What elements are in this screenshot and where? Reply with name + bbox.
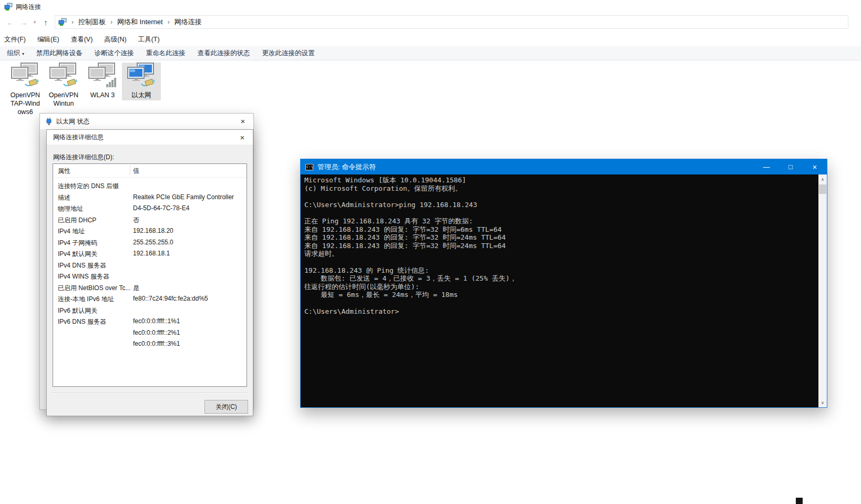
table-row[interactable]: 连接-本地 IPv6 地址fe80::7c24:94fc:fe2a:dd%5 [53, 293, 247, 305]
table-row[interactable]: fec0:0:0:ffff::3%1 [53, 338, 247, 350]
menu-file[interactable]: 文件(F) [4, 35, 26, 44]
screen-corner-artifact [796, 498, 803, 504]
change-settings-button[interactable]: 更改此连接的设置 [262, 49, 315, 58]
console-line: 最短 = 6ms，最长 = 24ms，平均 = 18ms [304, 291, 818, 299]
details-table: 属性 值 连接特定的 DNS 后缀 描述Realtek PCIe GbE Fam… [53, 163, 247, 387]
adapter-label: WLAN 3 [83, 91, 122, 99]
address-location-icon [58, 18, 67, 26]
table-row[interactable]: IPv4 WINS 服务器 [53, 271, 247, 282]
breadcrumb-control-panel[interactable]: 控制面板 [78, 17, 106, 27]
forward-icon[interactable]: → [17, 18, 30, 27]
table-row[interactable]: IPv4 默认网关192.168.18.1 [53, 248, 247, 260]
table-row[interactable]: 已启用 DHCP否 [53, 214, 247, 226]
adapter-label: 以太网 [122, 91, 161, 99]
scroll-up-icon[interactable]: ∧ [818, 175, 827, 183]
console-line: 请求超时。 [304, 250, 818, 258]
console-line [304, 192, 818, 201]
adapter-ethernet[interactable]: 以太网 [122, 63, 161, 100]
console-line: 往返行程的估计时间(以毫秒为单位): [304, 283, 818, 291]
column-divider [130, 166, 130, 175]
explorer-command-bar: 组织▾ 禁用此网络设备 诊断这个连接 重命名此连接 查看此连接的状态 更改此连接… [0, 46, 861, 60]
ethernet-status-titlebar[interactable]: 以太网 状态 × [40, 114, 253, 129]
cmd-title: 管理员: 命令提示符 [317, 162, 376, 172]
table-row[interactable]: fec0:0:0:ffff::2%1 [53, 327, 247, 339]
minimize-icon[interactable]: — [754, 159, 778, 174]
table-row[interactable]: IPv6 DNS 服务器fec0:0:0:ffff::1%1 [53, 316, 247, 327]
console-output: Microsoft Windows [版本 10.0.19044.1586] (… [301, 174, 818, 407]
table-row[interactable]: IPv4 DNS 服务器 [53, 260, 247, 271]
table-row[interactable]: IPv4 地址192.168.18.20 [53, 225, 247, 237]
adapter-openvpn-tap[interactable]: OpenVPN TAP-Wind ows6 [6, 63, 45, 116]
column-value[interactable]: 值 [133, 167, 139, 176]
rename-connection-button[interactable]: 重命名此连接 [146, 49, 186, 58]
wifi-adapter-icon [88, 63, 117, 88]
button-area-divider [52, 393, 248, 394]
adapter-label: OpenVPN Wintun [44, 91, 83, 108]
table-row[interactable]: IPv6 默认网关 [53, 305, 247, 316]
menu-tools[interactable]: 工具(T) [138, 35, 160, 44]
console-line: Microsoft Windows [版本 10.0.19044.1586] [304, 176, 818, 184]
console-scrollbar[interactable]: ∧ ∨ [818, 174, 827, 407]
breadcrumb-network-internet[interactable]: 网络和 Internet [117, 17, 163, 27]
network-details-titlebar[interactable]: 网络连接详细信息 × [47, 130, 253, 145]
console-line: 正在 Ping 192.168.18.243 具有 32 字节的数据: [304, 217, 818, 225]
scroll-down-icon[interactable]: ∨ [818, 398, 827, 407]
close-button[interactable]: 关闭(C) [204, 400, 248, 414]
explorer-window-title: 网络连接 [16, 3, 41, 12]
network-connections-icon [4, 3, 13, 11]
cmd-icon: C:\ [305, 164, 313, 170]
disable-device-button[interactable]: 禁用此网络设备 [36, 49, 83, 58]
console-line [304, 258, 818, 266]
ethernet-adapter-icon [11, 63, 40, 88]
console-line: 来自 192.168.18.243 的回复: 字节=32 时间=24ms TTL… [304, 242, 818, 250]
menu-edit[interactable]: 编辑(E) [37, 35, 59, 44]
adapter-wlan3[interactable]: WLAN 3 [83, 63, 122, 99]
console-line: (c) Microsoft Corporation。保留所有权利。 [304, 184, 818, 193]
column-property[interactable]: 属性 [58, 167, 70, 176]
explorer-menubar: 文件(F) 编辑(E) 查看(V) 高级(N) 工具(T) [0, 33, 861, 46]
ethernet-connected-icon [127, 63, 156, 88]
console-line: C:\Users\Administrator> [304, 307, 818, 316]
adapter-label: OpenVPN TAP-Wind ows6 [6, 91, 45, 116]
details-table-header[interactable]: 属性 值 [53, 164, 247, 178]
organize-button[interactable]: 组织▾ [7, 49, 24, 58]
console-line: 数据包: 已发送 = 4，已接收 = 3，丢失 = 1 (25% 丢失)， [304, 274, 818, 283]
desktop: { "explorer": { "window_title": "网络连接", … [0, 0, 861, 504]
menu-view[interactable]: 查看(V) [71, 35, 93, 44]
cmd-window: C:\ 管理员: 命令提示符 — □ × Microsoft Windows [… [300, 159, 827, 408]
adapter-openvpn-wintun[interactable]: OpenVPN Wintun [44, 63, 83, 108]
breadcrumb-network-connections[interactable]: 网络连接 [175, 17, 202, 27]
chevron-down-icon: ▾ [22, 52, 24, 56]
close-icon[interactable]: × [232, 114, 253, 128]
up-icon[interactable]: ↑ [39, 18, 53, 27]
chevron-icon: › [110, 18, 112, 26]
back-icon[interactable]: ← [3, 18, 17, 27]
console-line [304, 209, 818, 217]
explorer-titlebar[interactable]: 网络连接 [0, 0, 861, 14]
view-status-button[interactable]: 查看此连接的状态 [198, 49, 250, 58]
console-line: 192.168.18.243 的 Ping 统计信息: [304, 266, 818, 275]
history-dropdown-icon[interactable]: ▾ [30, 19, 39, 25]
console-line [304, 299, 818, 307]
network-details-dialog: 网络连接详细信息 × 网络连接详细信息(D): 属性 值 连接特定的 DNS 后… [46, 129, 253, 416]
network-details-title: 网络连接详细信息 [53, 133, 104, 142]
scrollbar-thumb[interactable] [819, 184, 826, 194]
table-row[interactable]: 连接特定的 DNS 后缀 [53, 180, 247, 192]
console-line: C:\Users\Administrator>ping 192.168.18.2… [304, 201, 818, 209]
table-row[interactable]: 描述Realtek PCIe GbE Family Controller [53, 192, 247, 203]
table-row[interactable]: IPv4 子网掩码255.255.255.0 [53, 237, 247, 249]
table-row[interactable]: 物理地址D4-5D-64-7C-78-E4 [53, 203, 247, 214]
menu-advanced[interactable]: 高级(N) [104, 35, 126, 44]
diagnose-connection-button[interactable]: 诊断这个连接 [95, 49, 134, 58]
close-icon[interactable]: × [803, 159, 827, 174]
details-field-label: 网络连接详细信息(D): [53, 153, 114, 162]
ethernet-adapter-icon [49, 63, 78, 88]
table-row[interactable]: 已启用 NetBIOS over Tc...是 [53, 282, 247, 294]
address-bar[interactable]: › 控制面板 › 网络和 Internet › 网络连接 [55, 15, 848, 29]
cmd-titlebar[interactable]: C:\ 管理员: 命令提示符 — □ × [301, 159, 827, 174]
maximize-icon[interactable]: □ [778, 159, 803, 174]
chevron-icon: › [168, 18, 170, 26]
ethernet-status-title: 以太网 状态 [56, 117, 89, 126]
close-icon[interactable]: × [232, 130, 253, 145]
console-line: 来自 192.168.18.243 的回复: 字节=32 时间=24ms TTL… [304, 233, 818, 242]
